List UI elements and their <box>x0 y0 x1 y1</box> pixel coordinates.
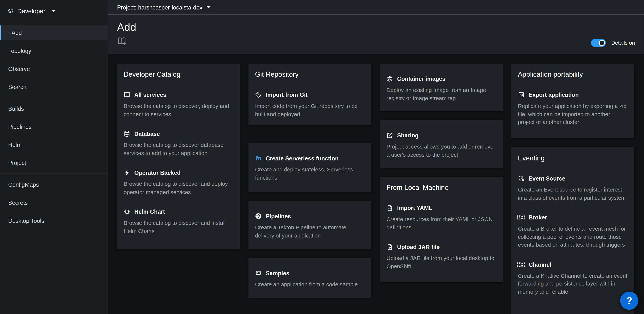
add-item-helm-chart[interactable]: Helm ChartBrowse the catalog to discover… <box>124 208 233 235</box>
card-title: From Local Machine <box>386 184 496 192</box>
toggle-knob <box>599 40 605 46</box>
sidebar-item-secrets[interactable]: Secrets <box>0 195 108 210</box>
sidebar-item-configmaps[interactable]: ConfigMaps <box>0 177 108 192</box>
project-selector[interactable]: Project: harshcasper-localsta-dev <box>117 4 210 10</box>
item-header: Event Source <box>518 174 628 183</box>
add-item-pipelines[interactable]: PipelinesCreate a Tekton Pipeline to aut… <box>255 212 365 240</box>
page-title: Add <box>117 15 644 34</box>
card-title: Git Repository <box>255 70 365 78</box>
sidebar-item-observe[interactable]: Observe <box>0 62 108 76</box>
add-item-import-yaml[interactable]: Import YAMLCreate resources from their Y… <box>386 204 496 231</box>
sidebar-item-builds[interactable]: Builds <box>0 101 108 116</box>
sidebar-item-helm[interactable]: Helm <box>0 137 108 152</box>
card-samples[interactable]: SamplesCreate an application from a code… <box>248 258 371 298</box>
card-sharing[interactable]: SharingProject access allows you to add … <box>380 120 503 168</box>
samples-icon <box>255 270 262 276</box>
card-serverless-function[interactable]: fnCreate Serverless functionCreate and d… <box>248 143 371 192</box>
sidebar-item-desktop-tools[interactable]: Desktop Tools <box>0 213 108 228</box>
item-header: Upload JAR file <box>386 243 496 251</box>
item-description: Project access allows you to add or remo… <box>386 143 496 159</box>
card-pipelines[interactable]: PipelinesCreate a Tekton Pipeline to aut… <box>248 201 371 249</box>
card-title: Application portability <box>518 70 628 78</box>
add-item-export-application[interactable]: Export applicationReplicate your applica… <box>518 91 628 126</box>
chevron-down-icon <box>206 6 210 8</box>
item-description: Import code from your Git repository to … <box>255 102 365 118</box>
add-item-sharing[interactable]: SharingProject access allows you to add … <box>386 131 496 159</box>
add-item-all-services[interactable]: All servicesBrowse the catalog to discov… <box>124 91 233 118</box>
item-title: Export application <box>529 91 579 99</box>
sidebar-item-topology[interactable]: Topology <box>0 43 108 58</box>
item-header: All services <box>124 91 233 99</box>
pipelines-icon <box>255 213 262 219</box>
item-title: Sharing <box>397 131 418 139</box>
card-developer-catalog[interactable]: Developer CatalogAll servicesBrowse the … <box>117 64 240 249</box>
add-page-content: Developer CatalogAll servicesBrowse the … <box>108 54 644 314</box>
item-description: Create an Event source to register inter… <box>518 186 628 202</box>
masthead: Project: harshcasper-localsta-dev <box>108 0 644 15</box>
cards-column-2: Git RepositoryImport from GitImport code… <box>248 64 371 307</box>
sidebar-item-search[interactable]: Search <box>0 80 108 94</box>
upload-file-icon <box>386 244 393 250</box>
broker-icon: 10101101 <box>518 214 524 221</box>
sidebar: Developer +AddTopologyObserveSearchBuild… <box>0 0 108 314</box>
sidebar-item-project[interactable]: Project <box>0 155 108 170</box>
add-item-channel[interactable]: 10101101ChannelCreate a Knative Channel … <box>518 260 628 296</box>
sidebar-nav: +AddTopologyObserveSearchBuildsPipelines… <box>0 22 108 228</box>
add-item-database[interactable]: DatabaseBrowse the catalog to discover d… <box>124 130 233 157</box>
cards-column-4: Application portabilityExport applicatio… <box>511 64 634 314</box>
item-title: All services <box>134 91 166 99</box>
item-title: Event Source <box>529 174 565 183</box>
fn-icon: fn <box>255 155 262 162</box>
item-title: Samples <box>266 269 290 277</box>
item-header: 10101101Channel <box>518 260 628 268</box>
item-header: Database <box>124 130 233 138</box>
details-toggle[interactable] <box>591 39 606 47</box>
item-description: Browse the catalog to discover and insta… <box>124 219 233 235</box>
card-from-local-machine[interactable]: From Local MachineImport YAMLCreate reso… <box>380 177 503 282</box>
details-toggle-group: Details on <box>591 39 635 47</box>
sidebar-group: BuildsPipelinesHelmProject <box>0 98 108 170</box>
card-eventing[interactable]: EventingEvent SourceCreate an Event sour… <box>511 147 634 314</box>
add-item-operator-backed[interactable]: Operator BackedBrowse the catalog to dis… <box>124 169 233 196</box>
add-item-import-from-git[interactable]: Import from GitImport code from your Git… <box>255 91 365 118</box>
card-git-repository[interactable]: Git RepositoryImport from GitImport code… <box>248 64 371 125</box>
app-root: Developer +AddTopologyObserveSearchBuild… <box>0 0 644 314</box>
book-plus-icon[interactable] <box>117 36 126 46</box>
bolt-icon <box>124 169 130 176</box>
cards-column-1: Developer CatalogAll servicesBrowse the … <box>117 64 240 258</box>
add-item-upload-jar-file[interactable]: Upload JAR fileUpload a JAR file from yo… <box>386 243 496 271</box>
item-header: Container images <box>386 75 496 83</box>
add-item-event-source[interactable]: Event SourceCreate an Event source to re… <box>518 174 628 202</box>
item-description: Create a Broker to define an event mesh … <box>518 225 628 249</box>
item-title: Import from Git <box>266 91 308 99</box>
chevron-down-icon <box>52 10 56 12</box>
cards-grid: Developer CatalogAll servicesBrowse the … <box>117 64 644 314</box>
add-item-create-serverless-function[interactable]: fnCreate Serverless functionCreate and d… <box>255 154 365 182</box>
book-icon <box>124 92 130 98</box>
sidebar-item-pipelines[interactable]: Pipelines <box>0 119 108 134</box>
perspective-switcher[interactable]: Developer <box>0 0 108 22</box>
sidebar-item-add[interactable]: +Add <box>0 25 108 40</box>
item-description: Browse the catalog to discover, deploy a… <box>124 102 233 118</box>
item-title: Database <box>134 130 160 138</box>
page-header: Add Details on <box>108 15 644 54</box>
card-container-images[interactable]: Container imagesDeploy an existing Image… <box>380 64 503 111</box>
add-item-broker[interactable]: 10101101BrokerCreate a Broker to define … <box>518 213 628 249</box>
item-title: Operator Backed <box>134 169 181 177</box>
item-title: Upload JAR file <box>397 243 440 251</box>
add-item-container-images[interactable]: Container imagesDeploy an existing Image… <box>386 75 496 102</box>
item-title: Pipelines <box>266 212 291 220</box>
add-item-samples[interactable]: SamplesCreate an application from a code… <box>255 269 365 289</box>
item-title: Helm Chart <box>134 208 165 216</box>
card-application-portability[interactable]: Application portabilityExport applicatio… <box>511 64 634 138</box>
item-header: Import from Git <box>255 91 365 99</box>
item-header: Export application <box>518 91 628 99</box>
item-description: Create and deploy stateless, Serverless … <box>255 166 365 182</box>
item-header: fnCreate Serverless function <box>255 154 365 162</box>
code-icon <box>8 8 14 14</box>
help-button[interactable]: ? <box>620 292 638 310</box>
export-icon <box>518 92 524 98</box>
item-header: Samples <box>255 269 365 277</box>
item-description: Browse the catalog to discover database … <box>124 141 233 157</box>
item-description: Create a Knative Channel to create an ev… <box>518 272 628 296</box>
